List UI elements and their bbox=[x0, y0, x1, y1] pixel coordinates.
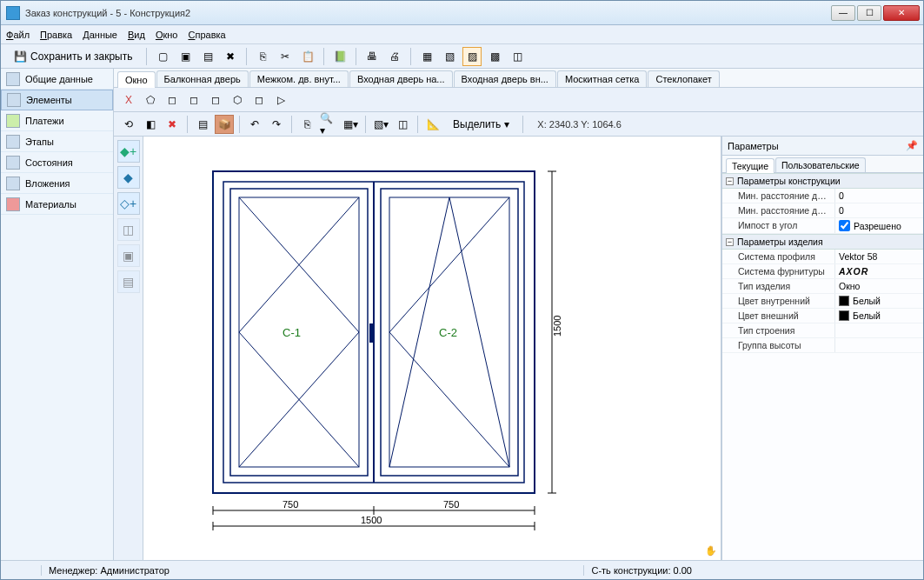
construction-tabs: Окно Балконная дверь Межком. дв. внут...… bbox=[114, 69, 923, 88]
dim-height: 1500 bbox=[552, 316, 562, 337]
vt-disabled-2: ▣ bbox=[117, 244, 140, 267]
save-close-button[interactable]: 💾 Сохранить и закрыть bbox=[6, 47, 140, 66]
left-nav: Общие данные Элементы Платежи Этапы Сост… bbox=[1, 69, 114, 560]
tool-book[interactable]: 📗 bbox=[330, 47, 349, 66]
tool-grid3[interactable]: ▨ bbox=[462, 47, 482, 66]
shape-x[interactable]: X bbox=[119, 90, 138, 110]
tool-grid5[interactable]: ◫ bbox=[508, 47, 527, 66]
et-grid[interactable]: ▦▾ bbox=[341, 115, 360, 134]
maximize-button[interactable]: ☐ bbox=[857, 5, 881, 21]
cost-label: С-ть конструкции: bbox=[591, 565, 670, 576]
prop-row[interactable]: Система профиляVektor 58 bbox=[722, 250, 923, 264]
prop-row[interactable]: Система фурнитурыAXOR bbox=[722, 264, 923, 279]
vt-profile[interactable]: ◆ bbox=[117, 166, 140, 189]
drawing-canvas[interactable]: С-1 С-2 1500 750 750 bbox=[143, 137, 721, 560]
pin-icon[interactable]: 📌 bbox=[906, 140, 918, 151]
minimize-button[interactable]: — bbox=[831, 5, 855, 21]
nav-payments[interactable]: Платежи bbox=[1, 110, 113, 131]
shape-2[interactable]: ◻ bbox=[163, 90, 182, 110]
prop-row[interactable]: Тип изделияОкно bbox=[722, 279, 923, 294]
color-swatch bbox=[839, 296, 849, 306]
menu-edit[interactable]: Правка bbox=[40, 30, 72, 40]
et-cube[interactable]: ◧ bbox=[141, 115, 160, 134]
tab-interior-door[interactable]: Межком. дв. внут... bbox=[249, 70, 349, 87]
et-del[interactable]: ✖ bbox=[163, 115, 182, 134]
tool-print2[interactable]: 🖨 bbox=[385, 47, 404, 66]
et-undo[interactable]: ↶ bbox=[245, 115, 264, 134]
impost-checkbox[interactable] bbox=[839, 220, 850, 231]
tool-c[interactable]: ▤ bbox=[198, 47, 217, 66]
tab-window[interactable]: Окно bbox=[117, 71, 156, 88]
tab-entrance-door-1[interactable]: Входная дверь на... bbox=[349, 70, 453, 87]
nav-elements[interactable]: Элементы bbox=[1, 90, 113, 110]
et-zoom[interactable]: 🔍▾ bbox=[319, 115, 338, 134]
sash-2-label: С-2 bbox=[439, 326, 457, 339]
nav-materials[interactable]: Материалы bbox=[1, 194, 113, 215]
menu-window[interactable]: Окно bbox=[156, 30, 178, 40]
select-dropdown[interactable]: Выделить ▾ bbox=[445, 115, 517, 134]
et-redo[interactable]: ↷ bbox=[267, 115, 286, 134]
save-icon: 💾 bbox=[14, 50, 27, 63]
menu-help[interactable]: Справка bbox=[188, 30, 225, 40]
nav-general[interactable]: Общие данные bbox=[1, 69, 113, 90]
nav-attachments[interactable]: Вложения bbox=[1, 173, 113, 194]
attach-icon bbox=[6, 177, 20, 190]
tool-grid2[interactable]: ▧ bbox=[440, 47, 459, 66]
close-button[interactable]: ✕ bbox=[883, 5, 920, 21]
tab-mosquito[interactable]: Москитная сетка bbox=[557, 70, 648, 87]
prop-row[interactable]: Группа высоты bbox=[722, 338, 923, 353]
nav-stages[interactable]: Этапы bbox=[1, 131, 113, 152]
tab-entrance-door-2[interactable]: Входная дверь вн... bbox=[454, 70, 556, 87]
et-rotate[interactable]: ⟲ bbox=[119, 115, 138, 134]
tool-b[interactable]: ▣ bbox=[176, 47, 195, 66]
tool-a[interactable]: ▢ bbox=[153, 47, 172, 66]
tool-copy[interactable]: ⎘ bbox=[253, 47, 272, 66]
group-construction[interactable]: −Параметры конструкции bbox=[722, 173, 923, 189]
shape-5[interactable]: ⬡ bbox=[228, 90, 247, 110]
et-copy2[interactable]: ⎘ bbox=[297, 115, 316, 134]
et-layers[interactable]: ▤ bbox=[193, 115, 212, 134]
prop-row[interactable]: Импост в уголРазрешено bbox=[722, 218, 923, 234]
window-title: Заказ конструкций - 5 - Конструкция2 bbox=[25, 8, 831, 18]
color-swatch bbox=[839, 310, 849, 321]
tool-print[interactable]: 🖶 bbox=[362, 47, 382, 66]
menu-data[interactable]: Данные bbox=[83, 30, 117, 40]
group-product[interactable]: −Параметры изделия bbox=[722, 234, 923, 250]
et-window[interactable]: ◫ bbox=[393, 115, 412, 134]
shape-3[interactable]: ◻ bbox=[184, 90, 203, 110]
tab-balcony[interactable]: Балконная дверь bbox=[156, 70, 249, 87]
shape-6[interactable]: ◻ bbox=[249, 90, 269, 110]
parameters-panel: Параметры 📌 Текущие Пользовательские −Па… bbox=[721, 137, 923, 560]
doc-icon bbox=[6, 72, 20, 86]
vt-add-frame[interactable]: ◇+ bbox=[117, 192, 140, 215]
tab-glass[interactable]: Стеклопакет bbox=[648, 70, 719, 87]
collapse-icon[interactable]: − bbox=[726, 238, 734, 246]
params-tab-current[interactable]: Текущие bbox=[726, 158, 774, 173]
tool-paste[interactable]: 📋 bbox=[298, 47, 317, 66]
collapse-icon[interactable]: − bbox=[726, 177, 734, 185]
menu-view[interactable]: Вид bbox=[128, 30, 145, 40]
shape-7[interactable]: ▷ bbox=[271, 90, 290, 110]
pan-hand-icon[interactable]: ✋ bbox=[705, 545, 717, 557]
vt-add-profile[interactable]: ◆+ bbox=[117, 140, 140, 163]
shape-1[interactable]: ⬠ bbox=[141, 90, 160, 110]
tool-grid4[interactable]: ▩ bbox=[485, 47, 504, 66]
prop-row[interactable]: Цвет внутреннийБелый bbox=[722, 294, 923, 309]
dim-half-2: 750 bbox=[443, 499, 459, 510]
shape-4[interactable]: ◻ bbox=[206, 90, 225, 110]
prop-row[interactable]: Цвет внешнийБелый bbox=[722, 309, 923, 323]
et-measure[interactable]: 📐 bbox=[423, 115, 442, 134]
nav-states[interactable]: Состояния bbox=[1, 152, 113, 173]
tool-grid1[interactable]: ▦ bbox=[417, 47, 436, 66]
et-box[interactable]: 📦 bbox=[215, 115, 234, 134]
tool-delete[interactable]: ✖ bbox=[221, 47, 240, 66]
prop-row[interactable]: Мин. расстояние для ба...0 bbox=[722, 189, 923, 203]
svg-line-11 bbox=[389, 197, 509, 332]
prop-row[interactable]: Тип строения bbox=[722, 323, 923, 338]
menu-file[interactable]: ФФайлайл bbox=[6, 30, 30, 40]
prop-row[interactable]: Мин. расстояние для ф...0 bbox=[722, 203, 923, 218]
menubar: ФФайлайл Правка Данные Вид Окно Справка bbox=[1, 25, 923, 44]
et-fill[interactable]: ▧▾ bbox=[371, 115, 390, 134]
params-tab-user[interactable]: Пользовательские bbox=[775, 157, 866, 172]
tool-cut[interactable]: ✂ bbox=[276, 47, 295, 66]
